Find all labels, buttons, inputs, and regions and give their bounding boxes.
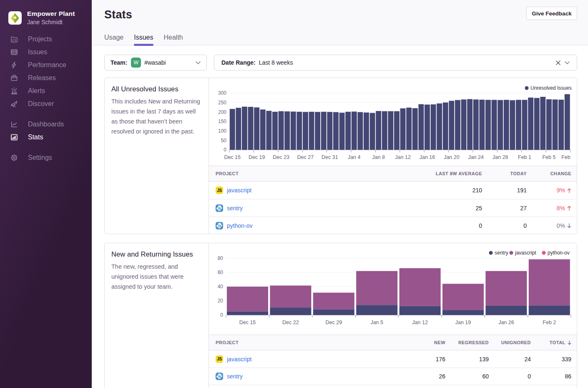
svg-text:Dec 27: Dec 27 xyxy=(297,154,314,160)
svg-text:Jan 19: Jan 19 xyxy=(455,320,471,325)
svg-text:Dec 29: Dec 29 xyxy=(325,320,342,325)
svg-text:Unresolved Issues: Unresolved Issues xyxy=(530,85,572,91)
svg-text:0: 0 xyxy=(220,312,223,318)
svg-text:100: 100 xyxy=(218,128,226,134)
svg-text:Jan 8: Jan 8 xyxy=(372,154,385,160)
svg-text:Dec 15: Dec 15 xyxy=(224,154,241,160)
svg-text:Dec 22: Dec 22 xyxy=(282,320,299,325)
svg-text:Feb: Feb xyxy=(561,154,570,160)
svg-text:Jan 20: Jan 20 xyxy=(444,154,460,160)
svg-text:Dec 19: Dec 19 xyxy=(249,154,265,160)
svg-text:Feb 2: Feb 2 xyxy=(543,320,556,325)
svg-text:150: 150 xyxy=(218,118,226,124)
svg-text:Jan 24: Jan 24 xyxy=(468,154,484,160)
svg-text:50: 50 xyxy=(221,138,227,144)
svg-text:Dec 23: Dec 23 xyxy=(273,154,289,160)
svg-text:python-ov: python-ov xyxy=(548,250,570,256)
svg-text:300: 300 xyxy=(218,90,226,96)
svg-text:0: 0 xyxy=(224,147,226,153)
svg-text:80: 80 xyxy=(218,255,224,261)
svg-text:Dec 15: Dec 15 xyxy=(239,320,256,325)
svg-text:Jan 4: Jan 4 xyxy=(348,154,361,160)
svg-text:20: 20 xyxy=(218,298,224,304)
svg-text:Feb 5: Feb 5 xyxy=(542,154,555,160)
svg-text:Jan 26: Jan 26 xyxy=(498,320,514,325)
svg-text:250: 250 xyxy=(218,100,226,106)
svg-text:Jan 16: Jan 16 xyxy=(420,154,435,160)
svg-text:200: 200 xyxy=(218,109,226,115)
svg-text:Jan 28: Jan 28 xyxy=(493,154,508,160)
svg-text:sentry: sentry xyxy=(495,250,508,256)
svg-text:Feb 1: Feb 1 xyxy=(518,154,531,160)
svg-text:javascript: javascript xyxy=(515,250,536,256)
svg-text:40: 40 xyxy=(218,284,224,290)
svg-text:60: 60 xyxy=(218,270,224,275)
svg-text:Dec 31: Dec 31 xyxy=(322,154,338,160)
svg-text:Jan 12: Jan 12 xyxy=(395,154,411,160)
svg-text:Jan 12: Jan 12 xyxy=(412,320,428,325)
svg-text:Jan 5: Jan 5 xyxy=(370,320,383,325)
